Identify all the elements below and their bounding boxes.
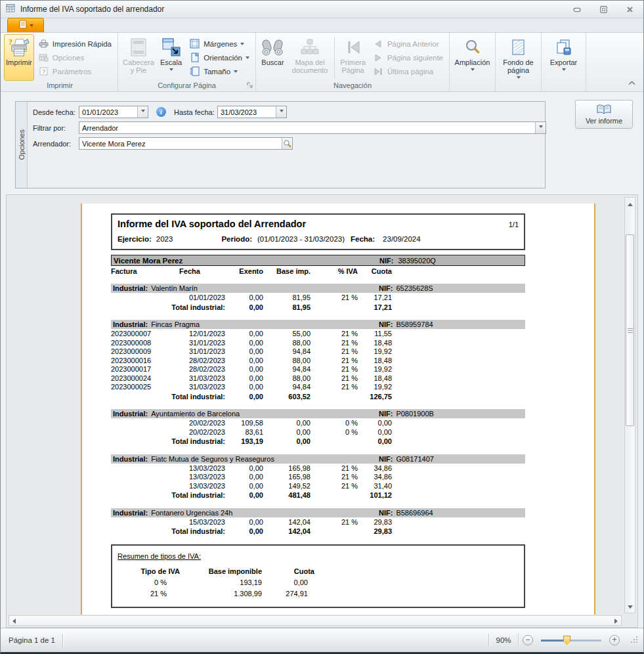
report-title: Informe del IVA soportado del Arrendador [118, 219, 509, 229]
close-button[interactable] [622, 4, 637, 14]
filtrar-por-select[interactable]: Arrendador [79, 121, 546, 134]
escala-button[interactable]: Escala [157, 34, 185, 81]
chevron-down-icon [141, 110, 145, 114]
quick-print-icon [38, 39, 49, 48]
escala-label: Escala [160, 58, 182, 66]
resize-grip[interactable] [630, 636, 638, 645]
page-indicator: Página 1 de 1 [6, 636, 62, 644]
margenes-button[interactable]: Márgenes [185, 37, 253, 51]
exportar-button[interactable]: Exportar [544, 34, 584, 81]
chevron-down-icon [30, 24, 33, 29]
periodo-label: Periodo: [221, 235, 252, 243]
fondo-pagina-button[interactable]: Fondo de página [498, 34, 539, 83]
ampliacion-button[interactable]: Ampliación [452, 34, 493, 81]
hasta-fecha-input[interactable]: 31/03/2023 [217, 106, 287, 118]
report-page-number: 1/1 [509, 221, 519, 229]
hasta-fecha-dropdown-button[interactable] [276, 106, 286, 118]
collapse-ribbon-button[interactable] [628, 76, 635, 88]
page-background-icon [511, 36, 526, 58]
invoice-row: 13/03/20230,00165,9821 %34,86 [111, 473, 525, 482]
ribbon-group-fondo: Fondo de página [496, 33, 542, 91]
page-size-icon [189, 66, 200, 76]
imprimir-button[interactable]: ? Imprimir [4, 34, 34, 81]
ultima-pagina-button[interactable]: Última página [369, 64, 447, 78]
invoice-row: 202300001628/02/20230,0088,0021 %18,48 [111, 357, 525, 366]
industrial-nif: 65235628S [396, 284, 433, 292]
zoom-percentage: 90% [489, 636, 518, 644]
arrendador-search-button[interactable] [282, 138, 292, 149]
total-row: Total industrial:0,00142,0429,83 [111, 527, 525, 536]
opciones-button[interactable]: Opciones [34, 51, 116, 64]
impresion-rapida-button[interactable]: Impresión Rápida [34, 37, 116, 51]
industrial-name: Fontanero Urgencias 24h [151, 509, 232, 517]
parametros-button[interactable]: ? Parámetros [34, 64, 116, 78]
ampliacion-label: Ampliación [455, 58, 490, 66]
zoom-slider-thumb[interactable] [563, 636, 570, 645]
horizontal-scrollbar[interactable] [9, 615, 622, 626]
report-meta: Ejercicio: 2023 Periodo: (01/01/2023 - 3… [118, 235, 519, 243]
fondo-label: Fondo de página [500, 58, 538, 74]
arrendador-label: Arrendador: [33, 140, 79, 148]
nif-label: NIF: [379, 257, 393, 265]
chevron-down-icon [280, 110, 284, 114]
scroll-down-arrow[interactable] [628, 605, 633, 609]
scroll-up-arrow[interactable] [628, 203, 633, 206]
export-icon [556, 36, 572, 58]
nif-label: NIF: [379, 509, 393, 517]
filtrar-por-dropdown-button[interactable] [535, 122, 546, 133]
pagina-anterior-button[interactable]: Página Anterior [369, 37, 447, 51]
document-menu-icon [18, 20, 28, 32]
zoom-in-button[interactable]: + [609, 635, 620, 645]
pagina-siguiente-button[interactable]: Página siguiente [369, 51, 447, 64]
landlord-nif: 38395020Q [398, 257, 436, 265]
window-title: Informe del IVA soportado del arrendador [20, 5, 570, 14]
report-section: Industrial:Valentín MarínNIF:65235628S01… [111, 284, 525, 312]
industrial-nif: B58696964 [396, 509, 433, 517]
zoom-slider[interactable] [541, 640, 601, 642]
arrendador-input[interactable]: Vicente Mora Perez [79, 137, 293, 150]
configurar-pagina-dialog-launcher[interactable] [247, 81, 253, 90]
scroll-right-arrow[interactable] [614, 619, 618, 624]
restore-button[interactable] [596, 4, 611, 14]
periodo-value: (01/01/2023 - 31/03/2023) [257, 235, 345, 243]
info-icon[interactable]: i [156, 107, 166, 117]
industrial-label: Industrial: [113, 284, 148, 292]
siguiente-label: Página siguiente [387, 54, 443, 62]
minimize-button[interactable] [570, 4, 584, 14]
fecha-value: 23/09/2024 [383, 235, 421, 243]
tamano-button[interactable]: Tamaño [185, 64, 253, 78]
zoom-out-button[interactable]: − [523, 635, 533, 645]
primera-pagina-button[interactable]: Primera Página [337, 34, 369, 81]
industrial-name: Ayuntamiento de Barcelona [151, 410, 240, 418]
desde-fecha-label: Desde fecha: [33, 108, 79, 116]
industrial-name: Valentín Marín [151, 284, 198, 292]
chevron-down-icon [246, 56, 249, 61]
group-label-exportar [544, 81, 584, 91]
vertical-scroll-thumb[interactable] [626, 234, 634, 426]
scroll-left-arrow[interactable] [12, 619, 16, 624]
invoice-row: 13/03/20230,00165,9821 %34,86 [111, 464, 525, 473]
buscar-button[interactable]: Buscar [258, 34, 288, 81]
chevron-down-icon [539, 125, 543, 130]
margins-icon [189, 39, 200, 49]
total-row: Total industrial:0,00603,52126,75 [111, 393, 525, 402]
cabecera-y-pie-button[interactable]: Cabecera y Pie [120, 34, 157, 81]
cabecera-label: Cabecera y Pie [121, 58, 156, 74]
app-window: Informe del IVA soportado del arrendador… [0, 0, 644, 654]
summary-title: Resumen de tipos de IVA: [118, 552, 201, 560]
invoice-row: 202300001728/02/20230,0094,8421 %19,92 [111, 365, 525, 374]
application-menu-tab[interactable] [7, 18, 44, 32]
report-page: Informe del IVA soportado del Arrendador… [81, 204, 595, 615]
ribbon-group-imprimir: ? Imprimir Impresión Rápida Opciones ? P… [2, 33, 118, 91]
orientacion-label: Orientación [204, 54, 242, 62]
orientacion-button[interactable]: Orientación [185, 51, 253, 64]
mapa-documento-button[interactable]: Mapa del documento [288, 34, 332, 81]
ver-informe-button[interactable]: Ver informe [575, 100, 633, 129]
group-label-fondo [498, 83, 539, 91]
desde-fecha-input[interactable]: 01/01/2023 [79, 106, 148, 118]
vertical-scrollbar[interactable] [624, 197, 635, 613]
invoice-row: 202300000831/01/20230,0088,0021 %18,48 [111, 339, 525, 348]
printer-icon: ? [9, 36, 30, 58]
options-tab-label: Opciones [18, 129, 26, 160]
desde-fecha-dropdown-button[interactable] [137, 106, 148, 118]
